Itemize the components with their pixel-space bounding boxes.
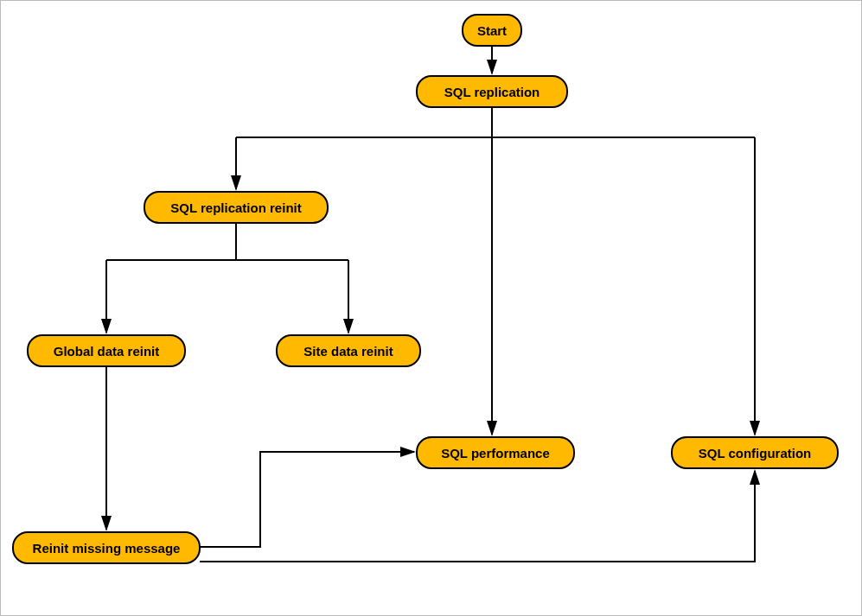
- node-label: SQL configuration: [699, 446, 812, 460]
- flowchart-canvas: Start SQL replication SQL replication re…: [0, 0, 862, 616]
- node-label: Site data reinit: [303, 344, 393, 359]
- edge-reinit-missing-to-sql-configuration: [200, 471, 755, 562]
- node-global-data-reinit: Global data reinit: [27, 334, 186, 367]
- node-reinit-missing-message: Reinit missing message: [12, 531, 201, 564]
- node-label: Global data reinit: [54, 344, 160, 359]
- node-site-data-reinit: Site data reinit: [276, 334, 421, 367]
- node-sql-performance: SQL performance: [416, 436, 575, 469]
- node-label: Reinit missing message: [33, 541, 181, 556]
- edge-reinit-missing-to-sql-performance: [200, 452, 414, 547]
- node-sql-configuration: SQL configuration: [671, 436, 839, 469]
- node-label: SQL replication reinit: [170, 200, 301, 215]
- node-label: SQL performance: [441, 446, 550, 460]
- node-label: Start: [477, 23, 507, 38]
- edge-sql-replication-branch: [236, 108, 755, 435]
- node-start: Start: [462, 14, 522, 47]
- node-sql-replication-reinit: SQL replication reinit: [144, 191, 329, 224]
- node-label: SQL replication: [444, 85, 540, 99]
- edge-reinit-branch: [106, 224, 348, 333]
- node-sql-replication: SQL replication: [416, 75, 568, 108]
